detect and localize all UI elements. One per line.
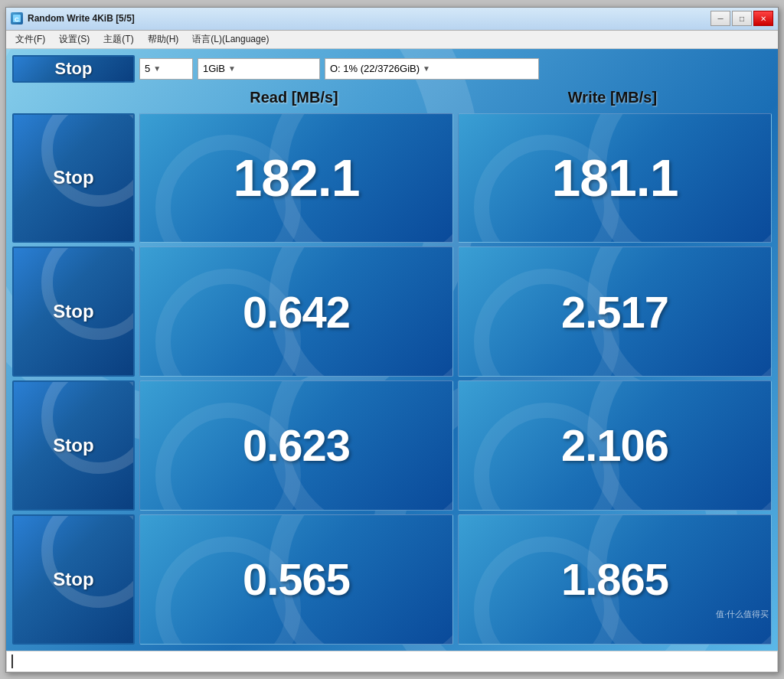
status-bar	[6, 651, 778, 672]
drive-select[interactable]: O: 1% (22/3726GiB) ▼	[325, 58, 539, 80]
read-value-2: 0.642	[139, 246, 453, 377]
benchmark-area: Stop 5 ▼ 1GiB ▼ O: 1% (22/3726GiB) ▼ Rea…	[6, 49, 778, 651]
minimize-button[interactable]: ─	[710, 11, 730, 26]
status-cursor	[11, 655, 13, 668]
title-bar: C Random Write 4KiB [5/5] ─ □ ✕	[6, 8, 778, 31]
stop-button-4[interactable]: Stop	[12, 514, 135, 645]
write-value-2: 2.517	[458, 246, 772, 377]
stop-button-2[interactable]: Stop	[12, 246, 135, 377]
size-chevron-icon: ▼	[228, 64, 236, 73]
title-bar-left: C Random Write 4KiB [5/5]	[11, 12, 135, 24]
data-row-4: Stop 0.565 1.865	[12, 514, 772, 645]
read-value-1: 182.1	[139, 113, 453, 243]
stop-button-1[interactable]: Stop	[12, 113, 135, 243]
drive-chevron-icon: ▼	[423, 64, 430, 73]
write-header: Write [MB/s]	[453, 89, 772, 106]
stop-button-3[interactable]: Stop	[12, 380, 135, 511]
count-value: 5	[145, 63, 150, 74]
count-chevron-icon: ▼	[153, 64, 161, 73]
title-buttons: ─ □ ✕	[710, 11, 773, 26]
menu-bar: 文件(F) 设置(S) 主题(T) 帮助(H) 语言(L)(Language)	[6, 31, 778, 49]
window-title: Random Write 4KiB [5/5]	[28, 13, 135, 24]
svg-text:C: C	[15, 16, 19, 22]
write-value-4: 1.865	[458, 514, 772, 645]
count-select[interactable]: 5 ▼	[139, 58, 193, 80]
watermark: 值·什么值得买	[716, 609, 769, 620]
menu-file[interactable]: 文件(F)	[9, 31, 51, 47]
read-value-4: 0.565	[139, 514, 453, 645]
size-value: 1GiB	[203, 63, 225, 74]
app-icon: C	[11, 12, 23, 24]
menu-help[interactable]: 帮助(H)	[142, 31, 185, 47]
read-header: Read [MB/s]	[135, 89, 453, 106]
read-value-3: 0.623	[139, 380, 453, 511]
write-value-1: 181.1	[458, 113, 772, 243]
main-window: C Random Write 4KiB [5/5] ─ □ ✕ 文件(F) 设置…	[5, 7, 779, 673]
drive-value: O: 1% (22/3726GiB)	[330, 63, 420, 74]
top-stop-button[interactable]: Stop	[12, 55, 135, 83]
menu-language[interactable]: 语言(L)(Language)	[186, 31, 275, 47]
headers-row: Read [MB/s] Write [MB/s]	[12, 87, 772, 109]
menu-theme[interactable]: 主题(T)	[97, 31, 139, 47]
size-select[interactable]: 1GiB ▼	[198, 58, 320, 80]
data-row-3: Stop 0.623 2.106	[12, 380, 772, 511]
close-button[interactable]: ✕	[753, 11, 773, 26]
data-row-2: Stop 0.642 2.517	[12, 246, 772, 377]
restore-button[interactable]: □	[732, 11, 752, 26]
controls-row: Stop 5 ▼ 1GiB ▼ O: 1% (22/3726GiB) ▼	[12, 55, 772, 83]
write-value-3: 2.106	[458, 380, 772, 511]
data-row-1: Stop 182.1 181.1	[12, 113, 772, 243]
menu-settings[interactable]: 设置(S)	[53, 31, 96, 47]
